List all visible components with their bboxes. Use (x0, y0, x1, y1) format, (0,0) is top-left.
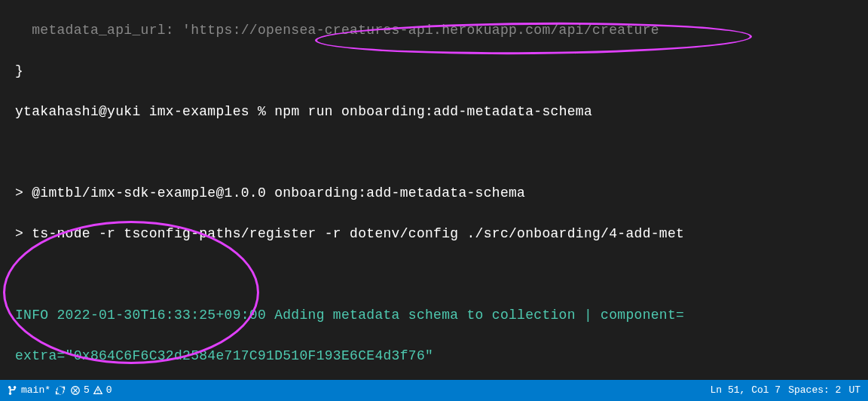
prompt-line: ytakahashi@yuki imx-examples % npm run o… (15, 102, 853, 122)
prompt-dir: imx-examples (149, 104, 249, 119)
empty-line (15, 265, 853, 285)
error-icon (70, 385, 81, 396)
sync-icon (55, 385, 66, 396)
error-count: 5 (84, 383, 90, 398)
status-right: Ln 51, Col 7 Spaces: 2 UT (711, 383, 860, 398)
git-branch-button[interactable]: main* (8, 383, 50, 398)
prompt-symbol: % (258, 104, 266, 119)
script-output: > @imtbl/imx-sdk-example@1.0.0 onboardin… (15, 183, 853, 204)
encoding-button[interactable]: UT (848, 383, 860, 398)
script-output: > ts-node -r tsconfig-paths/register -r … (15, 224, 853, 244)
line-col-button[interactable]: Ln 51, Col 7 (711, 383, 781, 398)
empty-line (15, 142, 853, 163)
status-bar: main* 5 0 Ln 51, Col 7 Spaces: 2 UT (0, 380, 868, 401)
git-sync-button[interactable] (55, 385, 66, 396)
terminal-output[interactable]: metadata_api_url: 'https://opensea-creat… (0, 0, 868, 401)
warning-icon (93, 385, 103, 396)
output-line: } (15, 61, 853, 81)
git-branch-label: main* (21, 383, 50, 398)
command-text: npm run onboarding:add-metadata-schema (274, 104, 592, 119)
spaces-button[interactable]: Spaces: 2 (788, 383, 841, 398)
status-left: main* 5 0 (8, 383, 711, 398)
info-log: INFO 2022-01-30T16:33:25+09:00 Adding me… (15, 305, 853, 326)
prompt-user: ytakahashi@yuki (15, 104, 141, 119)
problems-button[interactable]: 5 0 (70, 383, 112, 398)
git-branch-icon (8, 385, 18, 396)
info-log: extra="0x864C6F6C32d2584e717C91D510F193E… (15, 346, 853, 366)
output-line: metadata_api_url: 'https://opensea-creat… (15, 20, 853, 41)
warning-count: 0 (106, 383, 112, 398)
